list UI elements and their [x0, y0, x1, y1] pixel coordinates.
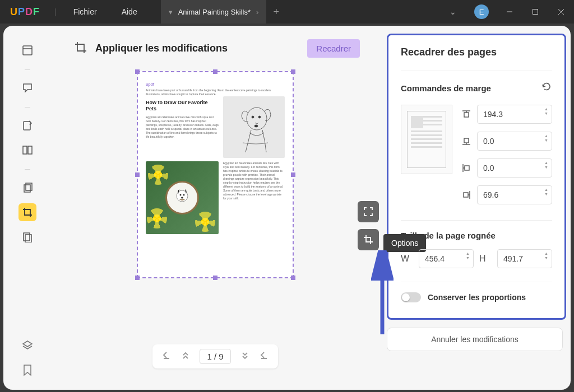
svg-point-20 — [181, 197, 183, 199]
user-avatar[interactable]: E — [474, 4, 489, 19]
sidebar-bookmark[interactable] — [22, 364, 33, 379]
fullscreen-tool[interactable] — [358, 201, 379, 222]
document-page[interactable]: updf Animals have been part of human lif… — [137, 71, 294, 278]
svg-point-19 — [183, 194, 185, 196]
page-prev[interactable] — [180, 351, 191, 363]
svg-point-15 — [258, 116, 261, 118]
margin-bottom-icon — [460, 136, 473, 146]
margin-preview — [401, 105, 452, 174]
content-area: Appliquer les modifications Recadrer upd… — [52, 26, 379, 390]
sidebar-edit[interactable] — [18, 116, 36, 134]
page-last[interactable] — [259, 351, 269, 363]
doc-brand: updf — [146, 82, 285, 86]
main-area: — — — Appliquer les modifications Recadr… — [3, 26, 571, 390]
margin-right-icon — [460, 190, 473, 200]
cancel-button[interactable]: Annuler les modifications — [387, 328, 563, 351]
svg-rect-23 — [464, 113, 469, 117]
margin-left-icon — [460, 163, 473, 173]
close-button[interactable] — [548, 0, 574, 24]
chevron-right-icon[interactable]: › — [256, 8, 258, 16]
pager: 1 / 9 — [57, 344, 373, 368]
sidebar-pages[interactable] — [18, 141, 36, 159]
svg-rect-6 — [24, 122, 30, 130]
titlebar-dropdown-icon[interactable]: ⌄ — [439, 7, 466, 16]
margin-bottom-input[interactable]: 0.0▲▼ — [477, 132, 552, 151]
tab-title: Animal Painting Skills* — [178, 8, 251, 16]
sidebar-comment[interactable] — [18, 79, 36, 97]
svg-point-16 — [254, 125, 258, 127]
panel-title: Recadrer des pages — [401, 46, 552, 58]
page-next[interactable] — [240, 351, 250, 363]
svg-rect-12 — [25, 235, 31, 242]
svg-rect-9 — [24, 185, 30, 192]
menu-help[interactable]: Aide — [109, 7, 150, 16]
svg-point-18 — [180, 194, 182, 196]
tab-dropdown-icon[interactable]: ▾ — [169, 8, 173, 16]
minimize-button[interactable] — [497, 0, 522, 24]
doc-dog-sketch — [223, 96, 285, 158]
svg-rect-8 — [28, 146, 32, 154]
document-tab[interactable]: ▾ Animal Painting Skills* › — [161, 0, 267, 24]
svg-rect-25 — [464, 138, 469, 143]
sidebar-layers[interactable] — [21, 339, 34, 354]
sidebar: — — — — [3, 26, 52, 390]
margin-top-input[interactable]: 194.3▲▼ — [477, 105, 552, 124]
page-title: Appliquer les modifications — [95, 43, 228, 54]
svg-rect-29 — [465, 166, 469, 170]
app-logo: UPDF — [0, 6, 50, 18]
margin-left-input[interactable]: 0.0▲▼ — [477, 158, 552, 178]
svg-point-14 — [252, 116, 254, 118]
margin-right-input[interactable]: 69.6▲▼ — [477, 185, 552, 204]
svg-rect-31 — [464, 193, 468, 197]
height-label: H — [479, 254, 492, 264]
aspect-ratio-label: Conserver les proportions — [428, 293, 526, 302]
reset-margins-icon[interactable] — [541, 81, 552, 95]
sidebar-compress[interactable] — [18, 228, 36, 246]
svg-rect-7 — [23, 146, 27, 154]
page-input[interactable]: 1 / 9 — [200, 349, 230, 364]
arrow-annotation — [371, 250, 394, 342]
crop-button[interactable]: Recadrer — [307, 39, 360, 58]
doc-heading: How to Draw Our Favorite Pets — [146, 100, 219, 112]
sidebar-thumbnails[interactable] — [18, 41, 36, 59]
svg-rect-1 — [533, 10, 538, 15]
titlebar: UPDF | Fichier Aide ▾ Animal Painting Sk… — [0, 0, 574, 24]
new-tab-button[interactable]: + — [266, 6, 286, 18]
page-first[interactable] — [161, 351, 172, 363]
crop-header-icon — [74, 41, 87, 57]
doc-flower-image — [146, 161, 219, 234]
margin-section-title: Commandes de marge — [401, 83, 491, 93]
margin-top-icon — [460, 109, 473, 119]
menu-file[interactable]: Fichier — [61, 7, 109, 16]
svg-rect-4 — [23, 46, 32, 55]
crop-panel: Recadrer des pages Commandes de marge 19… — [387, 34, 566, 320]
crop-options-tool[interactable] — [358, 229, 379, 250]
height-input[interactable]: 491.7▲▼ — [497, 249, 552, 268]
maximize-button[interactable] — [522, 0, 548, 24]
width-label: W — [401, 254, 413, 264]
sidebar-organize[interactable] — [18, 179, 36, 197]
svg-rect-11 — [24, 233, 30, 241]
width-input[interactable]: 456.4▲▼ — [419, 249, 474, 268]
aspect-ratio-toggle[interactable] — [401, 292, 421, 302]
sidebar-crop[interactable] — [18, 203, 36, 221]
svg-rect-10 — [26, 183, 32, 190]
